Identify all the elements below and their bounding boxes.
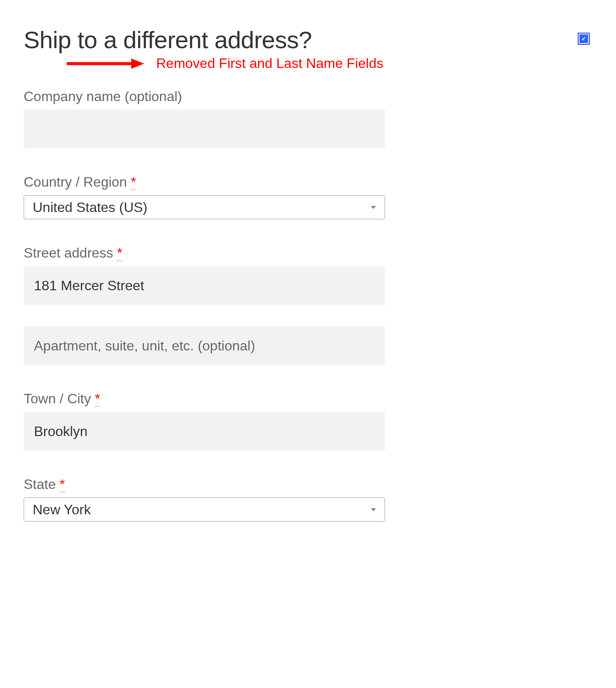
country-field-group: Country / Region * United States (US) xyxy=(24,174,385,219)
company-input[interactable] xyxy=(24,110,385,148)
city-label-text: Town / City xyxy=(24,391,91,406)
street-label: Street address * xyxy=(24,245,385,261)
street-address-1-input[interactable] xyxy=(24,266,385,305)
chevron-down-icon xyxy=(371,206,376,209)
country-select[interactable]: United States (US) xyxy=(24,195,385,219)
city-input[interactable] xyxy=(24,412,385,451)
state-label: State * xyxy=(24,476,385,492)
ship-different-checkbox[interactable]: ✓ xyxy=(578,33,590,45)
arrow-icon xyxy=(67,58,144,70)
state-label-text: State xyxy=(24,476,56,492)
annotation-row: Removed First and Last Name Fields xyxy=(24,55,592,71)
ship-different-checkbox-wrap: ✓ xyxy=(578,33,590,45)
page-title: Ship to a different address? xyxy=(24,26,312,54)
required-asterisk: * xyxy=(95,391,100,407)
svg-marker-1 xyxy=(131,58,144,69)
required-asterisk: * xyxy=(117,245,122,261)
street-field-group: Street address * xyxy=(24,245,385,365)
chevron-down-icon xyxy=(371,508,376,511)
header-row: Ship to a different address? ✓ xyxy=(24,26,592,54)
annotation-text: Removed First and Last Name Fields xyxy=(156,55,383,71)
country-label: Country / Region * xyxy=(24,174,385,190)
country-label-text: Country / Region xyxy=(24,174,127,190)
city-field-group: Town / City * xyxy=(24,391,385,451)
required-asterisk: * xyxy=(60,476,65,492)
shipping-form: Ship to a different address? ✓ Removed F… xyxy=(24,26,592,522)
street-address-2-input[interactable] xyxy=(24,326,385,365)
city-label: Town / City * xyxy=(24,391,385,407)
state-select-value: New York xyxy=(33,502,371,518)
required-asterisk: * xyxy=(131,174,136,190)
company-field-group: Company name (optional) xyxy=(24,89,385,148)
state-select[interactable]: New York xyxy=(24,498,385,522)
country-select-value: United States (US) xyxy=(33,200,371,215)
company-label: Company name (optional) xyxy=(24,89,385,104)
checkbox-fill: ✓ xyxy=(579,34,588,43)
checkmark-icon: ✓ xyxy=(581,35,586,42)
street-label-text: Street address xyxy=(24,245,113,261)
state-field-group: State * New York xyxy=(24,476,385,522)
